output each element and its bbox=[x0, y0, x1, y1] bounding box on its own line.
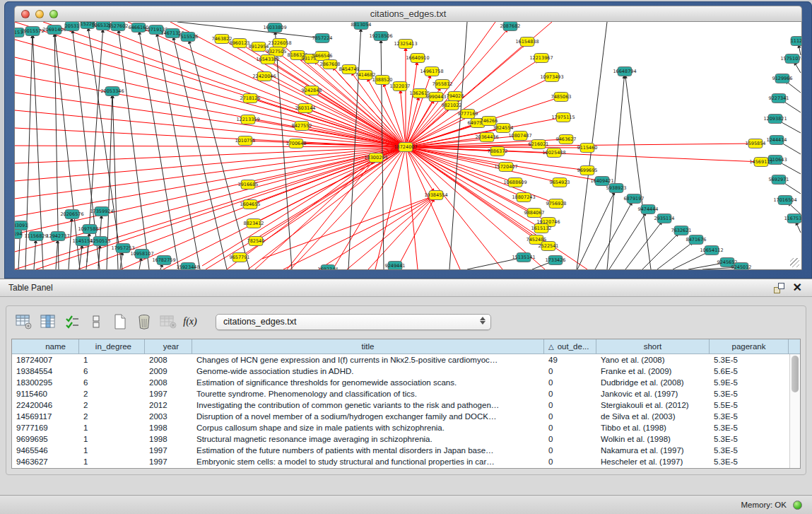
network-node[interactable]: 9129966 bbox=[772, 74, 793, 83]
delete-attribute-icon[interactable] bbox=[134, 311, 155, 332]
cited-node[interactable]: 10807487 bbox=[508, 132, 531, 141]
cited-node[interactable]: 9463627 bbox=[556, 135, 577, 144]
network-node[interactable]: 9227341 bbox=[769, 94, 789, 103]
new-table-icon[interactable] bbox=[110, 311, 131, 332]
cited-node[interactable]: 6216021 bbox=[529, 140, 549, 149]
cited-node[interactable]: 1615132 bbox=[531, 224, 552, 233]
cited-node[interactable]: 9777169 bbox=[458, 110, 478, 119]
cited-node[interactable]: 2718126 bbox=[240, 94, 261, 103]
network-node[interactable]: 9249441 bbox=[385, 262, 406, 271]
column-header-indegree[interactable]: in_degree bbox=[79, 339, 145, 354]
table-row[interactable]: 911546021997Tourette syndrome. Phenomeno… bbox=[12, 388, 800, 399]
network-node[interactable]: 7857224 bbox=[312, 34, 333, 43]
cited-node[interactable]: 1916685 bbox=[238, 180, 259, 189]
close-icon[interactable]: ✕ bbox=[793, 283, 802, 293]
network-node[interactable]: 15751074 bbox=[780, 54, 802, 64]
cited-node[interactable]: 1595854 bbox=[746, 139, 766, 148]
column-header-short[interactable]: short bbox=[596, 339, 710, 354]
cited-node[interactable]: 9821022 bbox=[442, 101, 462, 110]
network-node[interactable]: 16648794 bbox=[613, 67, 636, 76]
network-node[interactable]: 17016504 bbox=[773, 196, 796, 205]
table-body[interactable]: 1872400712008Changes of HCN gene express… bbox=[12, 354, 800, 467]
column-header-outde[interactable]: △out_de... bbox=[544, 339, 596, 354]
network-node[interactable]: 8813054 bbox=[351, 22, 372, 30]
table-row[interactable]: 969969511998Structural magnetic resonanc… bbox=[12, 433, 800, 445]
network-node[interactable]: 8471676 bbox=[686, 235, 707, 245]
network-node[interactable]: 15135141 bbox=[512, 253, 535, 262]
column-header-year[interactable]: year bbox=[145, 339, 192, 354]
network-node[interactable]: 15923448 bbox=[176, 263, 199, 271]
network-node[interactable]: 9245012 bbox=[731, 263, 752, 271]
cited-node[interactable]: 15720407 bbox=[494, 163, 517, 172]
cited-node[interactable]: 14569117 bbox=[749, 158, 772, 167]
cited-node[interactable]: 20364436 bbox=[475, 133, 498, 142]
cited-node[interactable]: 10688609 bbox=[503, 178, 526, 187]
network-node[interactable]: 2087682 bbox=[500, 22, 521, 31]
network-node[interactable]: 12942737 bbox=[46, 232, 69, 241]
table-row[interactable]: 946554611997Estimation of the future num… bbox=[12, 445, 800, 456]
table-row[interactable]: 977716911998Corpus callosum shape and si… bbox=[12, 422, 800, 433]
table-row[interactable]: 1872400712008Changes of HCN gene express… bbox=[12, 354, 800, 366]
table-mode-icon[interactable] bbox=[13, 311, 35, 332]
table-header-row[interactable]: namein_degreeyeartitle△out_de...shortpag… bbox=[12, 339, 800, 354]
cited-node[interactable]: 9884067 bbox=[524, 209, 545, 218]
column-visibility-icon[interactable] bbox=[37, 311, 59, 332]
rows-icon[interactable] bbox=[86, 311, 107, 332]
cited-node[interactable]: 2522541 bbox=[539, 242, 559, 251]
cited-node[interactable]: 746266 bbox=[481, 117, 498, 126]
network-node[interactable]: 20691406 bbox=[42, 25, 66, 35]
cited-node[interactable]: 3824554 bbox=[493, 124, 514, 133]
network-node[interactable]: 10975887 bbox=[78, 225, 101, 234]
resize-grip[interactable] bbox=[790, 258, 799, 267]
table-row[interactable]: 1830029562008Estimation of significance … bbox=[12, 377, 800, 388]
table-row[interactable]: 1938455462009Genome-wide association stu… bbox=[12, 366, 800, 377]
network-node[interactable]: 33091 bbox=[15, 221, 28, 230]
delete-table-icon[interactable] bbox=[158, 311, 179, 332]
network-node[interactable]: 20531 bbox=[65, 22, 80, 31]
cited-node[interactable]: 14961758 bbox=[420, 67, 443, 76]
network-node[interactable]: 5692971 bbox=[769, 175, 789, 185]
row-selection-icon[interactable] bbox=[61, 311, 83, 332]
network-node[interactable]: 11124 bbox=[791, 37, 802, 46]
network-node[interactable]: 1244414 bbox=[767, 136, 787, 145]
float-window-icon[interactable] bbox=[774, 283, 784, 293]
cited-node[interactable]: 8960123 bbox=[230, 39, 250, 48]
cited-node[interactable]: 9699695 bbox=[577, 166, 598, 175]
cited-node[interactable]: 16543382 bbox=[256, 55, 279, 64]
cited-node[interactable]: 23226058 bbox=[268, 39, 291, 48]
citation-network-graph[interactable]: 2153190155722069140620531152281065328715… bbox=[15, 22, 802, 270]
cited-node[interactable]: 18807243 bbox=[512, 193, 535, 202]
network-node[interactable]: 16033809 bbox=[263, 23, 286, 33]
column-header-pagerank[interactable]: pagerank bbox=[710, 339, 789, 354]
cited-node[interactable]: 1010755 bbox=[235, 136, 256, 146]
network-node[interactable]: 1250513 bbox=[90, 237, 111, 246]
cited-node[interactable]: 8427552 bbox=[292, 122, 312, 131]
cited-node[interactable]: 16154838 bbox=[515, 37, 539, 47]
cited-node[interactable]: 2867608 bbox=[320, 60, 341, 69]
cited-node[interactable]: 1604655 bbox=[240, 200, 261, 209]
cited-node[interactable]: 16640910 bbox=[406, 54, 429, 63]
network-table-selector[interactable]: citations_edges.txt bbox=[216, 314, 491, 330]
cited-node[interactable]: 8823412 bbox=[244, 219, 264, 228]
cited-node[interactable]: 9654923 bbox=[550, 178, 570, 187]
cited-node[interactable]: 1700648 bbox=[286, 139, 307, 148]
cited-node[interactable]: 5466546 bbox=[312, 52, 333, 61]
vertical-scrollbar[interactable] bbox=[789, 354, 800, 468]
table-row[interactable]: 1456911722003Disruption of a novel membe… bbox=[12, 411, 800, 422]
cited-node[interactable]: 2603144 bbox=[295, 104, 316, 113]
window-title-bar[interactable]: citations_edges.txt bbox=[14, 6, 802, 22]
cited-node[interactable]: 9756928 bbox=[546, 199, 567, 209]
cited-node[interactable]: 12213967 bbox=[529, 54, 553, 63]
table-row[interactable]: 2242004622012Investigating the contribut… bbox=[12, 399, 800, 411]
cited-node[interactable]: 794028 bbox=[447, 92, 464, 101]
network-node[interactable]: 20206576 bbox=[60, 210, 83, 219]
network-node[interactable]: 2935114 bbox=[654, 214, 675, 223]
network-node[interactable]: 9474444 bbox=[638, 205, 659, 214]
network-node[interactable]: 10654112 bbox=[700, 246, 723, 255]
cited-node[interactable]: 10973493 bbox=[540, 73, 563, 82]
column-header-title[interactable]: title bbox=[192, 339, 544, 354]
cited-node[interactable]: 7886372 bbox=[488, 147, 508, 156]
network-node[interactable]: 7632621 bbox=[671, 226, 692, 235]
cited-node[interactable]: 9990443 bbox=[426, 93, 447, 102]
network-node[interactable]: 6879197 bbox=[624, 194, 645, 204]
